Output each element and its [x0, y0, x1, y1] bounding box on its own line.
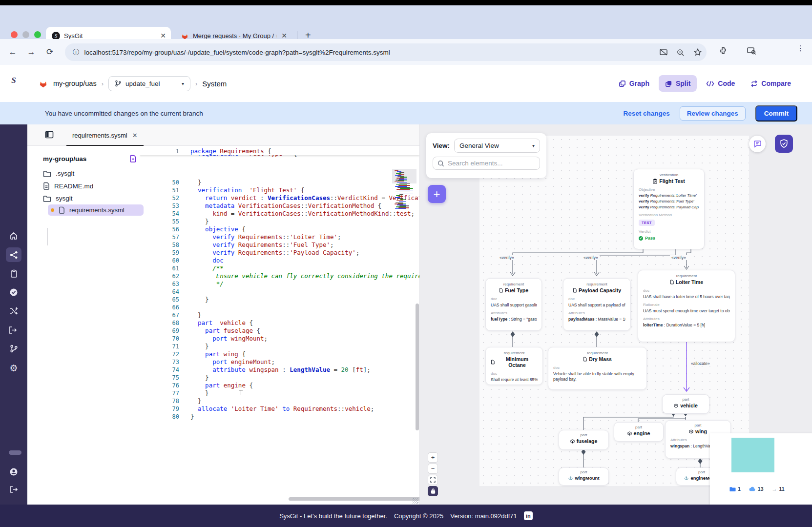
user-icon[interactable]: [8, 466, 20, 478]
graph-view-label: Graph: [629, 80, 649, 87]
tree-item-sysgit-hidden[interactable]: .sysgit: [40, 167, 144, 180]
search-input[interactable]: [448, 160, 535, 167]
element-search[interactable]: [433, 157, 540, 170]
screenshare-off-icon[interactable]: [659, 48, 668, 57]
gear-icon[interactable]: ⚙: [8, 362, 20, 374]
node-fuel-type[interactable]: requirement Fuel Type doc UAS shall supp…: [485, 278, 542, 331]
close-icon[interactable]: ✕: [132, 132, 138, 139]
code-minimap[interactable]: [393, 169, 416, 213]
kebab-menu-icon[interactable]: ⋮: [797, 44, 804, 53]
bookmark-star-icon[interactable]: [693, 48, 702, 57]
code-line: 52 return verdict : VerificationCases::V…: [140, 194, 419, 202]
tree-item-readme[interactable]: README.md: [40, 180, 144, 192]
horizontal-scrollbar[interactable]: [289, 497, 419, 501]
linkedin-icon[interactable]: in: [524, 511, 533, 520]
minimap-bar: [396, 173, 401, 174]
code-graph-icon[interactable]: [6, 247, 21, 262]
zoom-in-button[interactable]: +: [428, 452, 438, 463]
node-fuselage[interactable]: part fuselage: [559, 430, 609, 450]
forward-icon[interactable]: →: [25, 47, 37, 57]
uncommitted-changes-banner: You have uncommitted changes on the curr…: [0, 102, 812, 124]
editor-panel: requirements.sysml ✕ my-group/uas .sysgi…: [27, 124, 419, 505]
footer-version: Version: main.092ddf71: [450, 512, 517, 520]
fit-view-button[interactable]: [428, 475, 438, 485]
code-line: 55 }: [140, 218, 419, 225]
import-icon[interactable]: [8, 324, 20, 336]
info-icon[interactable]: ⓘ: [73, 48, 80, 57]
mac-close-button[interactable]: [11, 31, 18, 38]
editor-tab-requirements[interactable]: requirements.sysml ✕: [65, 124, 145, 146]
code-line: 73 port engineMount;: [140, 358, 419, 366]
review-changes-button[interactable]: Review changes: [680, 106, 746, 121]
code-editor[interactable]: 1package Requirements { requirement 'Fue…: [140, 146, 419, 505]
verification-shield-button[interactable]: [775, 135, 793, 153]
code-line: 1package Requirements {: [140, 147, 419, 155]
graph-view-button[interactable]: Graph: [612, 75, 656, 92]
view-panel: View: General View ▾: [426, 133, 546, 178]
tab-close-icon[interactable]: ✕: [160, 32, 166, 40]
node-flight-test[interactable]: verification Flight Test Objective verif…: [633, 169, 705, 249]
sticky-scroll-line: 1package Requirements {: [140, 147, 419, 155]
commit-button[interactable]: Commit: [755, 105, 797, 122]
url-bar[interactable]: ⓘ localhost:5173/repo/my-group/uas/-/upd…: [65, 43, 707, 61]
view-select[interactable]: General View ▾: [454, 139, 540, 153]
diagram-panel[interactable]: «verify» «verify» «verify» «allocate» ve…: [419, 124, 812, 505]
node-engine[interactable]: part engine: [614, 422, 664, 442]
mac-zoom-button[interactable]: [34, 31, 41, 38]
tab-close-icon[interactable]: ✕: [281, 32, 287, 40]
minimap-bar: [395, 208, 406, 209]
reload-icon[interactable]: ⟳: [44, 47, 56, 57]
section-label: Rationale: [643, 303, 730, 307]
tree-item-requirements-selected[interactable]: requirements.sysml: [48, 204, 144, 216]
extensions-icon[interactable]: [718, 46, 728, 56]
footer-copyright: Copyright © 2025: [394, 512, 443, 520]
chevron-right-icon: ›: [102, 80, 104, 87]
section-label: Attributes: [491, 311, 537, 315]
node-payload-capacity[interactable]: requirement Payload Capacity doc UAS sha…: [563, 278, 631, 331]
shuffle-icon[interactable]: [8, 305, 20, 317]
reset-changes-button[interactable]: Reset changes: [623, 110, 669, 117]
comments-button[interactable]: [749, 136, 766, 152]
node-vehicle[interactable]: part vehicle: [662, 394, 709, 414]
device-search-icon[interactable]: [747, 46, 757, 56]
mac-minimize-button[interactable]: [22, 31, 29, 38]
sidebar-toggle-icon[interactable]: [45, 131, 54, 139]
resize-handle[interactable]: [413, 498, 418, 504]
node-name: wingMount: [575, 475, 599, 481]
split-view-button[interactable]: Split: [659, 75, 697, 92]
new-file-icon[interactable]: [129, 155, 137, 162]
section-label: doc: [568, 297, 625, 301]
home-icon[interactable]: [8, 230, 20, 242]
port-anchor-icon: ⚓: [568, 476, 573, 480]
breadcrumb-repo[interactable]: my-group/uas: [53, 80, 97, 87]
collapse-handle[interactable]: [9, 450, 21, 455]
code-line: 72 part wing {: [140, 350, 419, 358]
node-loiter-time[interactable]: requirement Loiter Time doc UAS shall ha…: [638, 270, 735, 342]
code-view-button[interactable]: Code: [700, 75, 741, 92]
node-wingmount-port[interactable]: port ⚓wingMount: [559, 467, 609, 486]
lock-button[interactable]: [428, 486, 438, 496]
branch-icon[interactable]: [8, 343, 20, 354]
node-dry-mass[interactable]: requirement Dry Mass doc Vehicle shall b…: [548, 347, 647, 390]
attribute-text: loiterTime : DurationValue = 5 [h]: [643, 323, 730, 327]
code-line: 54 kind = VerificationCases::Verificatio…: [140, 210, 419, 218]
tab-title: Merge requests · My Group / u: [193, 32, 276, 40]
add-element-button[interactable]: +: [428, 185, 446, 203]
minimap-viewport[interactable]: [731, 438, 774, 472]
zoom-out-icon[interactable]: [676, 48, 685, 57]
compare-view-button[interactable]: Compare: [744, 75, 797, 92]
scrolled-partial-line: requirement 'Fuel Type' {: [140, 155, 419, 158]
zoom-out-button[interactable]: −: [428, 464, 438, 474]
diagram-minimap[interactable]: 1 13 →11: [710, 433, 812, 505]
node-minimum-octane[interactable]: requirement Minimum Octane doc Shall req…: [485, 347, 543, 385]
check-circle-icon[interactable]: [8, 286, 20, 298]
back-icon[interactable]: ←: [7, 47, 19, 57]
vertical-scrollbar[interactable]: [416, 304, 419, 430]
section-label: doc: [491, 297, 537, 301]
view-switcher: Graph Split Code Compare: [612, 65, 797, 102]
code-line: 63 */: [140, 280, 419, 288]
clipboard-icon[interactable]: [8, 268, 20, 280]
branch-selector[interactable]: update_fuel ▾: [108, 76, 190, 91]
logout-icon[interactable]: [8, 484, 20, 495]
tree-item-sysgit-folder[interactable]: sysgit: [40, 192, 144, 204]
